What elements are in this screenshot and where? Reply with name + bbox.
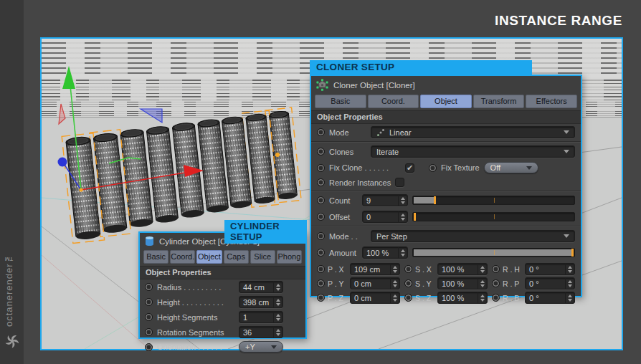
height-segments-field[interactable]: 1 (239, 311, 283, 323)
height-segments-value: 1 (243, 313, 247, 322)
sx-field[interactable]: 100 % (437, 263, 488, 275)
tab-object[interactable]: Object (420, 95, 472, 108)
height-segments-keyframe-radio[interactable] (145, 313, 153, 321)
spinner[interactable] (273, 312, 282, 322)
plane-handle-red[interactable] (59, 104, 65, 124)
py-keyframe-radio[interactable] (317, 279, 325, 287)
amount-field[interactable]: 100 % (362, 246, 408, 259)
tab-slice[interactable]: Slice (250, 250, 275, 264)
rotation-segments-keyframe-radio[interactable] (145, 328, 153, 336)
pz-keyframe-radio[interactable] (317, 294, 325, 302)
amount-spinner[interactable] (398, 247, 407, 258)
px-keyframe-radio[interactable] (317, 265, 325, 273)
count-keyframe-radio[interactable] (317, 196, 325, 204)
rb-keyframe-radio[interactable] (492, 294, 500, 302)
pz-field[interactable]: 0 cm (350, 292, 400, 304)
height-keyframe-radio[interactable] (145, 298, 153, 306)
amount-slider-handle[interactable] (571, 249, 574, 257)
range-end-point[interactable] (275, 153, 280, 157)
spinner[interactable] (478, 278, 487, 289)
sz-cell: S . Z 100 % (404, 292, 488, 304)
z-axis-handle[interactable] (58, 158, 67, 167)
count-value: 9 (366, 196, 371, 205)
tab-effectors[interactable]: Effectors (526, 95, 577, 108)
origin-point[interactable] (79, 188, 82, 191)
offset-field[interactable]: 0 (362, 211, 408, 223)
spinner[interactable] (565, 278, 574, 289)
offset-keyframe-radio[interactable] (317, 213, 325, 221)
sz-keyframe-radio[interactable] (404, 294, 412, 302)
fix-texture-label: Fix Texture (441, 163, 480, 172)
rp-field[interactable]: 0 ° (525, 277, 575, 289)
sy-field[interactable]: 100 % (437, 277, 488, 289)
y-axis-arrow[interactable] (62, 66, 75, 89)
tab-coord[interactable]: Coord. (170, 250, 195, 264)
rp-keyframe-radio[interactable] (492, 279, 500, 287)
rh-field[interactable]: 0 ° (525, 263, 575, 275)
tab-basic[interactable]: Basic (315, 95, 366, 108)
offset-slider-tick (494, 214, 495, 219)
px-field[interactable]: 109 cm (350, 263, 400, 275)
render-instances-checkbox[interactable] (395, 178, 404, 187)
rh-keyframe-radio[interactable] (492, 265, 500, 273)
tab-object[interactable]: Object (196, 250, 222, 264)
amount-keyframe-radio[interactable] (317, 249, 325, 257)
fix-texture-dropdown[interactable]: Off (484, 162, 538, 173)
sz-field[interactable]: 100 % (437, 292, 488, 304)
spinner[interactable] (273, 282, 282, 292)
count-spinner[interactable] (398, 195, 407, 206)
spinner[interactable] (565, 292, 574, 303)
offset-spinner[interactable] (398, 211, 407, 222)
spinner[interactable] (565, 264, 574, 274)
rotation-segments-field[interactable]: 36 (239, 326, 283, 338)
tab-phong[interactable]: Phong (277, 250, 302, 264)
tab-caps[interactable]: Caps (224, 250, 249, 264)
spinner[interactable] (478, 264, 487, 274)
clones-label: Clones (329, 148, 366, 156)
spinner[interactable] (390, 264, 399, 274)
radius-value: 44 cm (243, 283, 265, 292)
mode-keyframe-radio[interactable] (317, 128, 325, 136)
count-slider-handle[interactable] (434, 196, 436, 204)
plane-handle-blue[interactable] (141, 109, 162, 123)
py-field[interactable]: 0 cm (350, 277, 400, 289)
clones-dropdown[interactable]: Iterate (371, 145, 575, 158)
mode-dropdown[interactable]: Linear (371, 126, 575, 138)
spinner[interactable] (390, 292, 399, 303)
sx-keyframe-radio[interactable] (404, 265, 412, 273)
spinner[interactable] (390, 278, 399, 289)
tab-transform[interactable]: Transform (473, 95, 525, 108)
count-field[interactable]: 9 (362, 194, 408, 206)
orientation-keyframe-radio[interactable] (145, 343, 153, 351)
count-slider[interactable] (412, 196, 575, 205)
render-instances-keyframe-radio[interactable] (317, 178, 325, 186)
radius-keyframe-radio[interactable] (145, 283, 153, 291)
count-slider-fill (414, 197, 435, 203)
amount-slider-tick (494, 250, 495, 255)
spinner[interactable] (478, 292, 487, 303)
step-mode-dropdown[interactable]: Per Step (371, 230, 575, 242)
rotation-segments-label: Rotation Segments (157, 328, 234, 337)
tab-basic[interactable]: Basic (143, 250, 168, 264)
offset-slider-handle[interactable] (414, 213, 416, 221)
tab-coord[interactable]: Coord. (368, 95, 419, 108)
amount-slider[interactable] (412, 248, 575, 257)
fix-clone-keyframe-radio[interactable] (317, 164, 325, 172)
spinner[interactable] (273, 297, 282, 307)
rb-field[interactable]: 0 ° (525, 292, 575, 304)
rh-value: 0 ° (529, 265, 539, 274)
orientation-dropdown[interactable]: +Y (239, 341, 283, 353)
amount-value: 100 % (366, 249, 389, 257)
spinner[interactable] (273, 327, 282, 337)
render-instances-label: Render Instances (329, 178, 391, 187)
sx-cell: S . X 100 % (404, 263, 488, 275)
clones-keyframe-radio[interactable] (317, 148, 325, 155)
fix-clone-checkbox[interactable]: ✔ (405, 163, 414, 173)
fix-texture-keyframe-radio[interactable] (429, 164, 437, 172)
chevron-down-icon (526, 166, 532, 173)
height-field[interactable]: 398 cm (239, 296, 283, 308)
radius-field[interactable]: 44 cm (239, 281, 283, 293)
sy-keyframe-radio[interactable] (404, 279, 412, 287)
offset-slider[interactable] (412, 212, 575, 221)
step-mode-keyframe-radio[interactable] (317, 232, 325, 240)
